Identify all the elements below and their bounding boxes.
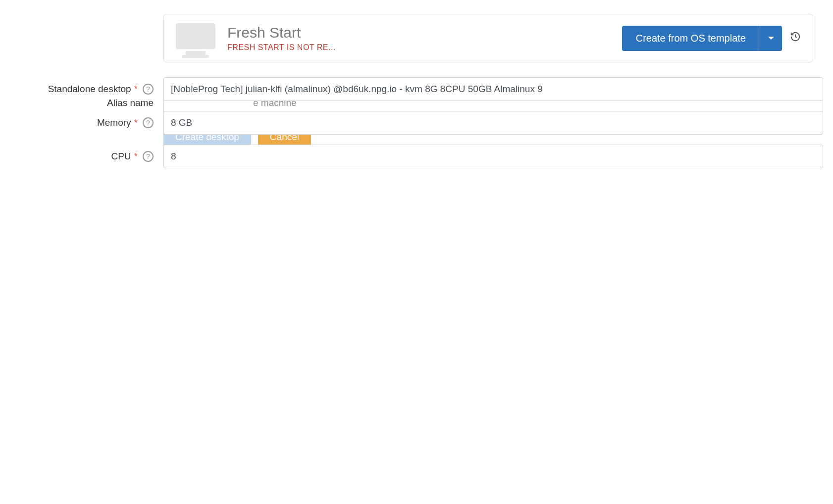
create-os-template-caret[interactable] [760, 26, 782, 51]
cpu-input[interactable] [163, 145, 823, 168]
required-asterisk: * [134, 84, 138, 95]
standalone-desktop-row: Standalone desktop* ? [10, 77, 823, 101]
memory-label: Memory* ? [10, 117, 163, 128]
create-os-template-split-button: Create from OS template [622, 26, 782, 51]
memory-input[interactable] [163, 111, 823, 135]
cpu-label: CPU* ? [10, 151, 163, 162]
header-text: Fresh Start FRESH START IS NOT RE... [227, 24, 336, 52]
help-icon[interactable]: ? [143, 117, 154, 128]
required-asterisk: * [134, 151, 138, 162]
caret-down-icon [768, 37, 774, 40]
header-subtitle: FRESH START IS NOT RE... [227, 43, 336, 52]
page-title: Fresh Start [227, 24, 336, 41]
memory-row: Memory* ? [10, 111, 823, 135]
history-icon[interactable] [790, 31, 801, 45]
required-asterisk: * [134, 117, 138, 128]
monitor-icon [176, 23, 215, 53]
help-icon[interactable]: ? [143, 84, 154, 95]
create-os-template-button[interactable]: Create from OS template [622, 26, 760, 51]
header-card: Fresh Start FRESH START IS NOT RE... Cre… [163, 14, 813, 62]
cpu-row: CPU* ? [10, 145, 823, 168]
help-icon[interactable]: ? [143, 151, 154, 162]
standalone-desktop-label: Standalone desktop* ? [10, 84, 163, 95]
standalone-desktop-input[interactable] [163, 77, 823, 101]
